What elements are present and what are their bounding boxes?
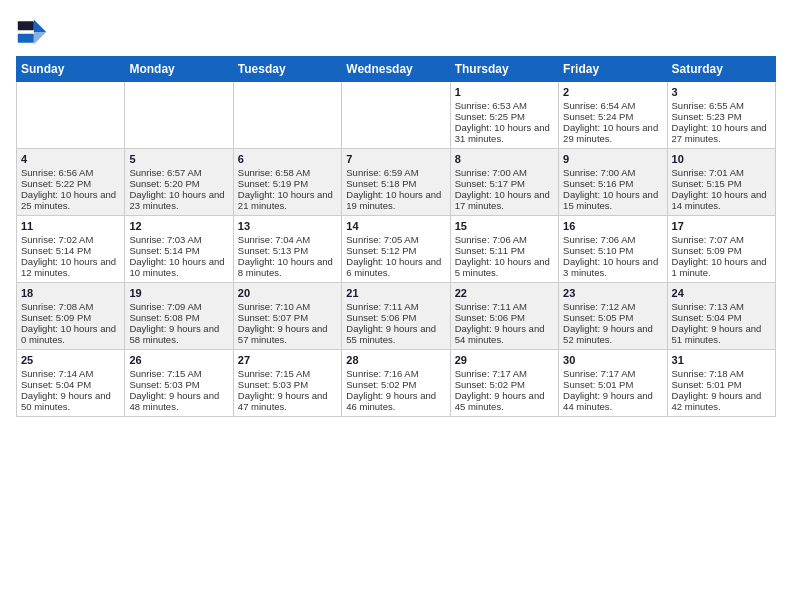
day-info-line: Daylight: 9 hours and 47 minutes. bbox=[238, 390, 337, 412]
day-info-line: Sunrise: 6:59 AM bbox=[346, 167, 445, 178]
calendar-cell: 23Sunrise: 7:12 AMSunset: 5:05 PMDayligh… bbox=[559, 283, 667, 350]
day-number: 15 bbox=[455, 220, 554, 232]
calendar-cell: 2Sunrise: 6:54 AMSunset: 5:24 PMDaylight… bbox=[559, 82, 667, 149]
day-info-line: Sunset: 5:02 PM bbox=[346, 379, 445, 390]
day-info-line: Sunrise: 6:54 AM bbox=[563, 100, 662, 111]
day-info-line: Sunset: 5:19 PM bbox=[238, 178, 337, 189]
day-info-line: Daylight: 10 hours and 5 minutes. bbox=[455, 256, 554, 278]
day-info-line: Sunrise: 7:11 AM bbox=[455, 301, 554, 312]
weekday-header-cell: Wednesday bbox=[342, 57, 450, 82]
calendar-cell bbox=[17, 82, 125, 149]
day-info-line: Daylight: 9 hours and 46 minutes. bbox=[346, 390, 445, 412]
day-info-line: Sunset: 5:11 PM bbox=[455, 245, 554, 256]
day-info-line: Sunrise: 7:11 AM bbox=[346, 301, 445, 312]
day-info-line: Sunrise: 6:58 AM bbox=[238, 167, 337, 178]
day-info-line: Daylight: 10 hours and 12 minutes. bbox=[21, 256, 120, 278]
calendar-week-row: 4Sunrise: 6:56 AMSunset: 5:22 PMDaylight… bbox=[17, 149, 776, 216]
day-info-line: Daylight: 10 hours and 21 minutes. bbox=[238, 189, 337, 211]
day-info-line: Sunset: 5:09 PM bbox=[672, 245, 771, 256]
calendar-cell: 25Sunrise: 7:14 AMSunset: 5:04 PMDayligh… bbox=[17, 350, 125, 417]
day-number: 18 bbox=[21, 287, 120, 299]
day-info-line: Sunrise: 6:57 AM bbox=[129, 167, 228, 178]
calendar-week-row: 1Sunrise: 6:53 AMSunset: 5:25 PMDaylight… bbox=[17, 82, 776, 149]
day-info-line: Sunset: 5:25 PM bbox=[455, 111, 554, 122]
day-number: 14 bbox=[346, 220, 445, 232]
logo bbox=[16, 16, 52, 48]
weekday-header-cell: Monday bbox=[125, 57, 233, 82]
calendar-cell: 4Sunrise: 6:56 AMSunset: 5:22 PMDaylight… bbox=[17, 149, 125, 216]
calendar-cell: 1Sunrise: 6:53 AMSunset: 5:25 PMDaylight… bbox=[450, 82, 558, 149]
day-info-line: Sunrise: 7:06 AM bbox=[563, 234, 662, 245]
day-info-line: Sunrise: 7:15 AM bbox=[129, 368, 228, 379]
day-info-line: Daylight: 9 hours and 42 minutes. bbox=[672, 390, 771, 412]
calendar-cell: 16Sunrise: 7:06 AMSunset: 5:10 PMDayligh… bbox=[559, 216, 667, 283]
day-info-line: Daylight: 9 hours and 54 minutes. bbox=[455, 323, 554, 345]
calendar-cell bbox=[125, 82, 233, 149]
day-number: 21 bbox=[346, 287, 445, 299]
calendar-cell: 22Sunrise: 7:11 AMSunset: 5:06 PMDayligh… bbox=[450, 283, 558, 350]
header bbox=[16, 16, 776, 48]
day-info-line: Daylight: 9 hours and 52 minutes. bbox=[563, 323, 662, 345]
day-info-line: Daylight: 10 hours and 25 minutes. bbox=[21, 189, 120, 211]
calendar-cell: 26Sunrise: 7:15 AMSunset: 5:03 PMDayligh… bbox=[125, 350, 233, 417]
day-info-line: Daylight: 10 hours and 3 minutes. bbox=[563, 256, 662, 278]
calendar-cell: 13Sunrise: 7:04 AMSunset: 5:13 PMDayligh… bbox=[233, 216, 341, 283]
day-info-line: Daylight: 10 hours and 23 minutes. bbox=[129, 189, 228, 211]
day-info-line: Sunset: 5:17 PM bbox=[455, 178, 554, 189]
day-info-line: Sunrise: 7:12 AM bbox=[563, 301, 662, 312]
day-info-line: Sunrise: 7:16 AM bbox=[346, 368, 445, 379]
calendar-body: 1Sunrise: 6:53 AMSunset: 5:25 PMDaylight… bbox=[17, 82, 776, 417]
day-info-line: Sunset: 5:01 PM bbox=[563, 379, 662, 390]
day-info-line: Daylight: 9 hours and 48 minutes. bbox=[129, 390, 228, 412]
day-info-line: Sunset: 5:06 PM bbox=[455, 312, 554, 323]
day-number: 10 bbox=[672, 153, 771, 165]
calendar-cell: 9Sunrise: 7:00 AMSunset: 5:16 PMDaylight… bbox=[559, 149, 667, 216]
day-info-line: Sunrise: 7:10 AM bbox=[238, 301, 337, 312]
logo-icon bbox=[16, 16, 48, 48]
day-number: 30 bbox=[563, 354, 662, 366]
day-number: 29 bbox=[455, 354, 554, 366]
calendar-cell: 29Sunrise: 7:17 AMSunset: 5:02 PMDayligh… bbox=[450, 350, 558, 417]
day-info-line: Sunrise: 7:15 AM bbox=[238, 368, 337, 379]
day-info-line: Sunset: 5:14 PM bbox=[21, 245, 120, 256]
day-info-line: Daylight: 10 hours and 27 minutes. bbox=[672, 122, 771, 144]
day-info-line: Sunrise: 7:01 AM bbox=[672, 167, 771, 178]
day-info-line: Daylight: 10 hours and 19 minutes. bbox=[346, 189, 445, 211]
day-info-line: Sunset: 5:09 PM bbox=[21, 312, 120, 323]
day-info-line: Sunrise: 6:56 AM bbox=[21, 167, 120, 178]
day-info-line: Daylight: 10 hours and 14 minutes. bbox=[672, 189, 771, 211]
weekday-header-cell: Saturday bbox=[667, 57, 775, 82]
day-number: 28 bbox=[346, 354, 445, 366]
day-info-line: Sunset: 5:13 PM bbox=[238, 245, 337, 256]
calendar-cell: 5Sunrise: 6:57 AMSunset: 5:20 PMDaylight… bbox=[125, 149, 233, 216]
day-info-line: Daylight: 10 hours and 29 minutes. bbox=[563, 122, 662, 144]
day-info-line: Sunset: 5:15 PM bbox=[672, 178, 771, 189]
day-info-line: Sunset: 5:16 PM bbox=[563, 178, 662, 189]
day-info-line: Sunrise: 6:53 AM bbox=[455, 100, 554, 111]
day-info-line: Sunrise: 7:06 AM bbox=[455, 234, 554, 245]
calendar-cell: 17Sunrise: 7:07 AMSunset: 5:09 PMDayligh… bbox=[667, 216, 775, 283]
weekday-header-cell: Sunday bbox=[17, 57, 125, 82]
day-number: 19 bbox=[129, 287, 228, 299]
calendar-cell: 12Sunrise: 7:03 AMSunset: 5:14 PMDayligh… bbox=[125, 216, 233, 283]
calendar-cell: 21Sunrise: 7:11 AMSunset: 5:06 PMDayligh… bbox=[342, 283, 450, 350]
day-info-line: Daylight: 10 hours and 31 minutes. bbox=[455, 122, 554, 144]
day-number: 4 bbox=[21, 153, 120, 165]
day-info-line: Sunset: 5:08 PM bbox=[129, 312, 228, 323]
day-info-line: Daylight: 9 hours and 50 minutes. bbox=[21, 390, 120, 412]
day-number: 12 bbox=[129, 220, 228, 232]
calendar-cell bbox=[233, 82, 341, 149]
day-info-line: Sunrise: 7:13 AM bbox=[672, 301, 771, 312]
calendar-cell: 20Sunrise: 7:10 AMSunset: 5:07 PMDayligh… bbox=[233, 283, 341, 350]
day-info-line: Sunrise: 7:02 AM bbox=[21, 234, 120, 245]
day-number: 3 bbox=[672, 86, 771, 98]
calendar-week-row: 11Sunrise: 7:02 AMSunset: 5:14 PMDayligh… bbox=[17, 216, 776, 283]
day-number: 2 bbox=[563, 86, 662, 98]
calendar-cell: 18Sunrise: 7:08 AMSunset: 5:09 PMDayligh… bbox=[17, 283, 125, 350]
day-number: 8 bbox=[455, 153, 554, 165]
day-number: 6 bbox=[238, 153, 337, 165]
day-info-line: Sunset: 5:24 PM bbox=[563, 111, 662, 122]
day-number: 25 bbox=[21, 354, 120, 366]
calendar-week-row: 18Sunrise: 7:08 AMSunset: 5:09 PMDayligh… bbox=[17, 283, 776, 350]
day-info-line: Sunrise: 7:00 AM bbox=[455, 167, 554, 178]
